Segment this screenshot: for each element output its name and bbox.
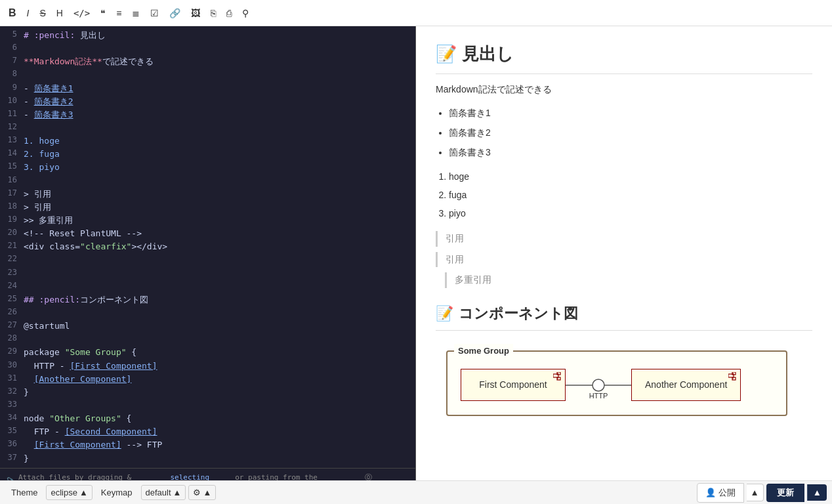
line-number: 21 (0, 240, 24, 253)
attach-text: Attach files by dragging & dropping, (18, 473, 167, 480)
editor-line-6: 6 (0, 42, 415, 55)
line-content (24, 267, 415, 280)
editor-line-35: 35 FTP - [Second Component] (0, 425, 415, 438)
editor-line-21: 21 <div class="clearfix"></div> (0, 240, 415, 253)
heading-button[interactable]: H (53, 6, 66, 20)
link-button[interactable]: 🔗 (166, 6, 184, 20)
svg-text:HTTP: HTTP (589, 392, 608, 400)
editor-line-26: 26 (0, 306, 415, 320)
theme-dropdown[interactable]: eclipse ▲ (46, 485, 92, 500)
svg-point-6 (593, 379, 604, 391)
first-component-box: First Component (461, 369, 566, 402)
publish-button[interactable]: 👤 公開 (697, 483, 744, 503)
line-content: ## :pencil:コンポーネント図 (24, 293, 415, 306)
line-content: 2. fuga (24, 148, 415, 161)
theme-button[interactable]: Theme (5, 485, 43, 500)
settings-chevron-icon: ▲ (203, 488, 211, 497)
blockquote-button[interactable]: ❝ (97, 6, 109, 20)
theme-chevron-icon: ▲ (79, 488, 88, 497)
line-number: 7 (0, 55, 24, 68)
line-content: [Another Component] (24, 373, 415, 386)
editor-line-23: 23 (0, 267, 415, 280)
line-number: 16 (0, 175, 24, 188)
special-button[interactable]: ⚲ (239, 6, 252, 20)
line-number: 31 (0, 373, 24, 386)
line-number: 36 (0, 438, 24, 452)
editor-line-7: 7 **Markdown記法**で記述できる (0, 55, 415, 68)
settings-button[interactable]: ⚙ ▲ (188, 485, 216, 500)
editor-line-16: 16 (0, 175, 415, 188)
another-component-box: Another Component (631, 369, 741, 402)
line-content: # :pencil: 見出し (24, 29, 415, 42)
grid-button[interactable]: ⎙ (223, 6, 235, 20)
editor-line-19: 19 >> 多重引用 (0, 214, 415, 227)
line-content: > 引用 (24, 188, 415, 201)
line-content: > 引用 (24, 201, 415, 214)
h2-text: コンポーネント図 (459, 301, 578, 326)
line-content: >> 多重引用 (24, 214, 415, 227)
editor-toolbar: B I S H </> ❝ ≡ ≣ ☑ 🔗 🖼 ⎘ ⎙ ⚲ (0, 0, 832, 26)
line-number: 30 (0, 360, 24, 373)
update-chevron-icon: ▲ (813, 488, 822, 497)
keymap-dropdown[interactable]: default ▲ (141, 485, 186, 500)
publish-chevron-icon: ▲ (751, 488, 759, 497)
update-dropdown-arrow[interactable]: ▲ (807, 484, 827, 501)
attach-icon: 📎 (7, 477, 16, 480)
line-content (24, 333, 415, 346)
diagram-group-label: Some Group (454, 344, 513, 358)
line-number: 11 (0, 108, 24, 121)
line-content (24, 175, 415, 188)
keymap-value: default (146, 488, 171, 497)
editor-footer: 📎 Attach files by dragging & dropping, s… (0, 468, 415, 480)
editor-line-18: 18 > 引用 (0, 201, 415, 214)
update-button[interactable]: 更新 (766, 484, 804, 502)
code-button[interactable]: </> (70, 6, 93, 20)
bullet-item-2: 箇条書き2 (449, 125, 812, 141)
line-content: - 箇条書き1 (24, 82, 415, 95)
preview-paragraph: Markdown記法で記述できる (436, 82, 812, 98)
line-number: 27 (0, 320, 24, 333)
paste-text: or pasting from the clipboard. (235, 473, 360, 480)
line-number: 10 (0, 95, 24, 108)
editor-line-31: 31 [Another Component] (0, 373, 415, 386)
publish-user-icon: 👤 (705, 488, 716, 497)
line-content: [First Component] --> FTP (24, 438, 415, 452)
line-number: 9 (0, 82, 24, 95)
line-number: 15 (0, 161, 24, 174)
editor-line-22: 22 (0, 253, 415, 266)
editor-line-8: 8 (0, 68, 415, 81)
italic-button[interactable]: I (24, 6, 33, 20)
editor-line-11: 11 - 箇条書き3 (0, 108, 415, 121)
status-bar: Theme eclipse ▲ Keymap default ▲ ⚙ ▲ 👤 公… (0, 480, 832, 504)
line-content (24, 399, 415, 412)
preview-blockquote-nested: 多重引用 (445, 272, 812, 288)
editor-line-15: 15 3. piyo (0, 161, 415, 174)
strikethrough-button[interactable]: S (36, 6, 49, 20)
bold-button[interactable]: B (5, 5, 20, 21)
table-button[interactable]: ⎘ (207, 6, 219, 20)
ordered-list-button[interactable]: ≣ (129, 6, 143, 20)
line-number: 25 (0, 293, 24, 306)
publish-dropdown-arrow[interactable]: ▲ (747, 484, 764, 501)
editor-lines: 5 # :pencil: 見出し 6 7 **Markdown記法**で記述でき… (0, 26, 415, 468)
line-number: 17 (0, 188, 24, 201)
editor-line-12: 12 (0, 121, 415, 135)
line-content: } (24, 452, 415, 465)
another-component-label: Another Component (645, 379, 727, 390)
bullet-list-button[interactable]: ≡ (113, 6, 125, 20)
editor-line-29: 29 package "Some Group" { (0, 346, 415, 359)
select-link[interactable]: selecting them, (170, 473, 232, 480)
editor-line-28: 28 (0, 333, 415, 346)
image-button[interactable]: 🖼 (188, 6, 203, 20)
line-number: 13 (0, 135, 24, 148)
heading-emoji: 📝 (436, 39, 457, 68)
line-content: } (24, 386, 415, 399)
preview-ordered-list: hoge fuga piyo (449, 169, 812, 221)
task-list-button[interactable]: ☑ (147, 6, 162, 20)
ordered-item-2: fuga (449, 188, 812, 203)
editor-panel[interactable]: 5 # :pencil: 見出し 6 7 **Markdown記法**で記述でき… (0, 26, 416, 480)
preview-panel: 📝 見出し Markdown記法で記述できる 箇条書き1 箇条書き2 箇条書き3… (416, 26, 832, 480)
keymap-button[interactable]: Keymap (95, 485, 138, 500)
line-content (24, 121, 415, 135)
line-number: 24 (0, 280, 24, 293)
